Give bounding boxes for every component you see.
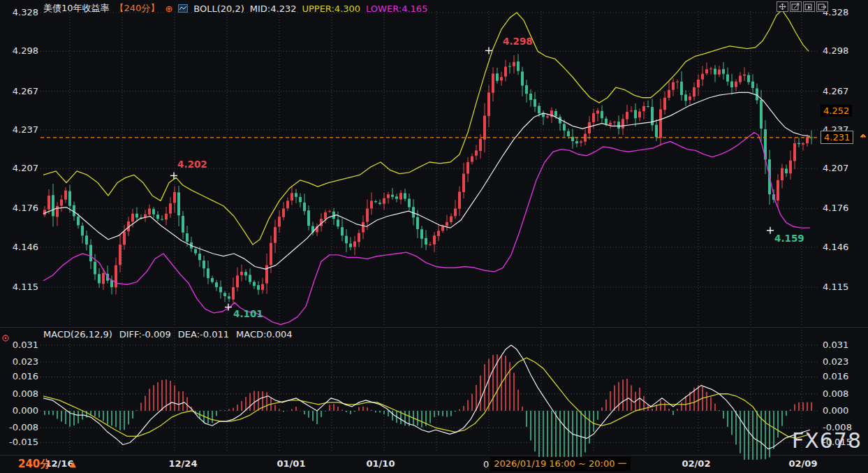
candle [466,162,469,174]
candle [64,191,67,200]
boll-chart-icon [178,4,188,13]
candle [701,74,704,80]
candle [525,85,528,94]
svg-text:4.298: 4.298 [13,45,38,56]
candle [81,226,84,235]
candle [638,112,641,118]
last-price-badge: 4.231 [821,131,853,144]
candle [52,195,54,216]
candle [203,261,205,268]
candle [408,198,411,207]
crosshair-date-readout: 0 2026/01/19 16:00 ~ 20:00 一 [483,457,631,471]
candle [496,73,499,81]
svg-text:4.101: 4.101 [233,308,263,319]
candle [274,227,277,243]
macd-dea-value: DEA:-0.011 [178,329,229,340]
svg-text:4.202: 4.202 [177,159,207,170]
candle [621,119,624,129]
candle [337,219,339,226]
watermark: FX678 [792,428,862,453]
candle [303,203,306,211]
candle [450,217,453,222]
candle [567,131,570,136]
candle [94,262,96,275]
candle [261,284,264,290]
candle [194,249,197,254]
candle [370,201,373,208]
candle [290,193,293,201]
candle [89,245,92,262]
macd-macd-value: MACD:0.004 [236,329,293,340]
candle [789,161,792,174]
add-indicator-icon[interactable]: ⊕ [165,3,172,14]
svg-text:4.159: 4.159 [774,233,804,244]
candle [684,94,687,101]
zoom-reset-button[interactable] [790,1,802,12]
svg-text:0.016: 0.016 [13,371,38,381]
svg-text:0.000: 0.000 [823,405,848,416]
candle [479,139,482,151]
timeframe-label[interactable]: 240分 [18,458,50,471]
candle [77,217,80,225]
candle [655,125,658,138]
candle [378,203,381,204]
svg-text:02/09: 02/09 [789,458,818,469]
svg-text:0.031: 0.031 [823,340,848,350]
candle [563,124,566,130]
candle [722,69,725,74]
candle [617,122,620,129]
candle [131,214,134,221]
candle [177,192,180,215]
candle [454,208,457,216]
candle [395,196,398,198]
interval-tag[interactable]: 【240分】 [115,2,160,15]
svg-text:0.023: 0.023 [13,356,38,367]
candle [534,99,536,107]
svg-text:4.115: 4.115 [823,282,848,292]
boll-bands-layer [43,10,810,324]
candle [232,287,235,300]
candle [777,180,779,201]
candle [592,113,595,122]
svg-text:12/24: 12/24 [169,458,198,469]
svg-text:02/02: 02/02 [682,458,711,469]
candle [726,74,729,81]
candle [73,205,75,217]
export-button[interactable] [816,1,828,12]
timeframe-selector[interactable]: 240分 ▲ [18,458,76,471]
candle [433,235,436,245]
boll-upper-value: UPPER:4.300 [302,3,360,14]
candle [500,77,503,80]
indicator-settings-icon[interactable] [1,332,10,340]
candle [429,245,432,245]
macd-header: MACD(26,12,9) DIFF:-0.009 DEA:-0.011 MAC… [43,329,293,340]
candle [399,193,402,199]
candle [123,232,126,245]
candle [751,82,754,88]
candle [387,194,390,198]
svg-text:4.115: 4.115 [13,282,38,292]
candle [47,196,50,210]
candle [278,217,281,226]
candle [165,214,168,219]
candle [446,222,448,226]
candle [383,198,385,204]
candle [186,233,189,242]
candle [642,106,645,111]
candle [538,106,540,114]
candle [182,216,184,233]
pan-tool-button[interactable] [777,1,788,12]
playback-button[interactable] [803,1,815,12]
candle [697,80,700,87]
candle [115,265,117,288]
latest-price-arrow[interactable] [860,134,866,138]
candle [198,254,201,260]
candle [462,174,465,192]
candle [211,278,214,282]
boll-params-label: BOLL(20,2) [193,3,244,14]
candle [483,116,486,140]
svg-text:-0.008: -0.008 [9,422,38,432]
svg-text:0.000: 0.000 [13,405,38,416]
candle [471,157,473,162]
candle [781,168,784,180]
